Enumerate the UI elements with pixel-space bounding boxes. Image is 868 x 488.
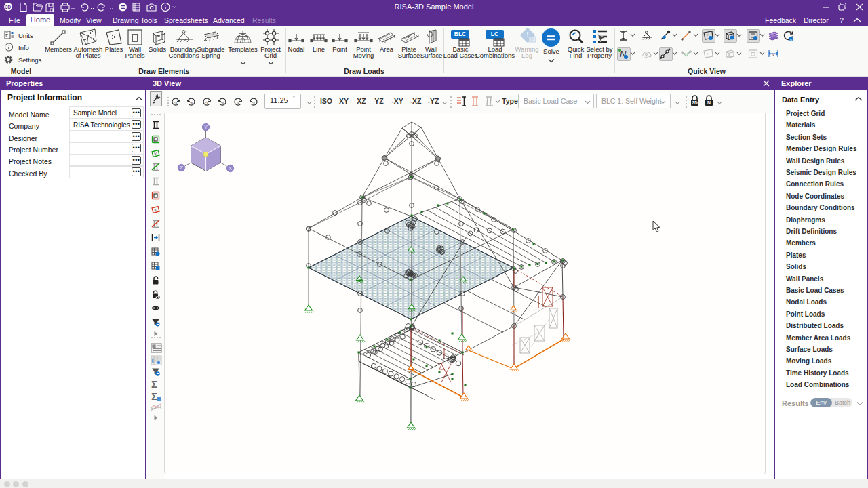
svg-text:-y: -y (221, 100, 224, 104)
svg-text:Y: Y (204, 124, 208, 130)
svg-text:!: ! (526, 30, 529, 39)
svg-text:3D: 3D (5, 5, 12, 9)
svg-text:-z: -z (237, 100, 240, 104)
svg-text:-x: -x (174, 100, 178, 104)
svg-text:Z: Z (180, 165, 183, 171)
svg-text:x: x (772, 53, 774, 57)
svg-text:x: x (707, 33, 709, 37)
svg-text:-z: -z (252, 100, 256, 104)
svg-text:2D: 2D (692, 100, 698, 105)
svg-text:-y: -y (205, 100, 209, 104)
svg-text:N: N (707, 100, 711, 105)
svg-text:x: x (707, 52, 709, 56)
svg-text:o: o (790, 37, 792, 41)
svg-text:X: X (229, 165, 232, 171)
svg-text:-x: -x (190, 100, 193, 104)
svg-text:3*: 3* (212, 32, 215, 35)
